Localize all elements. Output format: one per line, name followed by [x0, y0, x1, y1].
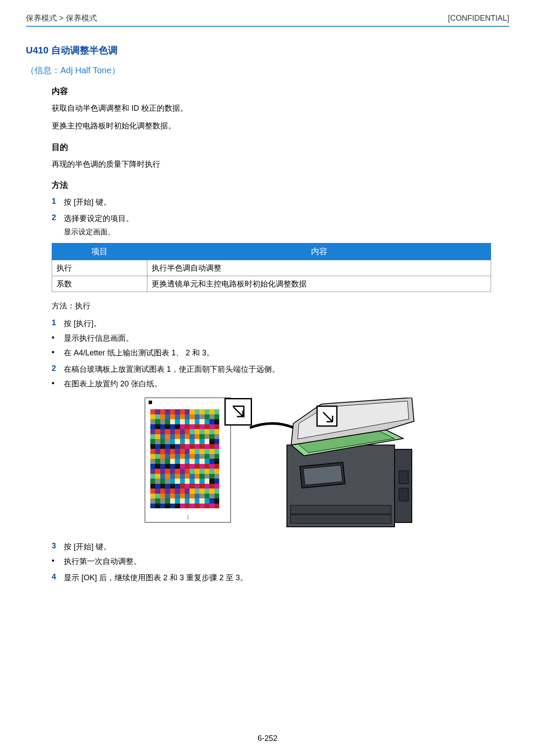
step-number: 3	[52, 541, 64, 551]
m2-bullets-3: •执行第一次自动调整。	[52, 556, 509, 566]
bullet-dot: •	[52, 379, 64, 388]
chart-marker	[149, 401, 152, 404]
bullet-text: 执行第一次自动调整。	[64, 556, 141, 566]
bullet: •显示执行信息画面。	[52, 333, 509, 343]
table-cell: 执行	[52, 260, 147, 276]
bullet-dot: •	[52, 348, 64, 357]
bullet-text: 显示执行信息画面。	[64, 333, 134, 343]
method-steps: 1 按 [开始] 键。 2 选择要设定的项目。	[52, 197, 509, 224]
bullet: •执行第一次自动调整。	[52, 556, 509, 566]
method2-steps: 1 按 [执行]。	[52, 318, 509, 329]
test-chart: 1	[145, 398, 231, 523]
section-title: U410 自动调整半色调	[26, 44, 509, 57]
method2-steps-3: 3 按 [开始] 键。	[52, 541, 509, 552]
table-cell: 执行半色调自动调整	[147, 260, 491, 276]
content-body: 内容 获取自动半色调调整和 ID 校正的数据。 更换主控电路板时初始化调整数据。…	[52, 86, 509, 583]
confidential-label: [CONFIDENTIAL]	[448, 14, 509, 23]
svg-rect-2	[290, 505, 391, 514]
table-cell: 系数	[52, 276, 147, 292]
page-number: 6-252	[258, 734, 277, 743]
step-text: 按 [开始] 键。	[64, 541, 509, 552]
step-number: 1	[52, 197, 64, 206]
step-text: 按 [开始] 键。	[64, 197, 509, 207]
bullet-dot: •	[52, 556, 64, 565]
method-heading: 方法	[52, 180, 509, 191]
table-row: 执行 执行半色调自动调整	[52, 260, 491, 276]
step-text: 显示 [OK] 后，继续使用图表 2 和 3 重复步骤 2 至 3。	[64, 572, 509, 583]
m2-step-3: 3 按 [开始] 键。	[52, 541, 509, 552]
bullet-dot: •	[52, 333, 64, 342]
step-2-sub: 显示设定画面。	[64, 227, 509, 237]
m2-step-1: 1 按 [执行]。	[52, 318, 509, 329]
step-number: 1	[52, 318, 64, 327]
svg-rect-1	[395, 449, 412, 523]
table-cell: 更换透镜单元和主控电路板时初始化调整数据	[147, 276, 491, 292]
purpose-heading: 目的	[52, 142, 509, 153]
m2-bullets-2: •在图表上放置约 20 张白纸。	[52, 379, 509, 389]
m2-step-2: 2 在稿台玻璃板上放置测试图表 1，使正面朝下箭头端位于远侧。	[52, 364, 509, 374]
step-number: 4	[52, 572, 64, 582]
method2-steps-4: 4 显示 [OK] 后，继续使用图表 2 和 3 重复步骤 2 至 3。	[52, 572, 509, 583]
svg-rect-11	[399, 488, 408, 501]
figure: 1	[52, 398, 509, 535]
mosaic-pattern	[150, 409, 219, 508]
content-text-1: 获取自动半色调调整和 ID 校正的数据。	[52, 102, 509, 115]
breadcrumb: 保养模式 > 保养模式	[26, 13, 97, 23]
step-1: 1 按 [开始] 键。	[52, 197, 509, 207]
table-header-content: 内容	[147, 243, 491, 260]
content-text-2: 更换主控电路板时初始化调整数据。	[52, 120, 509, 132]
table-header-item: 项目	[52, 243, 147, 260]
step-text: 按 [执行]。	[64, 318, 509, 329]
m2-step-4: 4 显示 [OK] 后，继续使用图表 2 和 3 重复步骤 2 至 3。	[52, 572, 509, 583]
settings-table: 项目 内容 执行 执行半色调自动调整 系数 更换透镜单元和主控电路板时初始化调整…	[52, 243, 491, 292]
step-2: 2 选择要设定的项目。	[52, 213, 509, 224]
svg-rect-3	[290, 515, 391, 523]
svg-marker-5	[303, 465, 342, 485]
step-text: 在稿台玻璃板上放置测试图表 1，使正面朝下箭头端位于远侧。	[64, 364, 509, 374]
printer-illustration	[257, 398, 416, 535]
arrow-indicator-icon	[224, 398, 252, 426]
step-number: 2	[52, 213, 64, 222]
bullet: •在图表上放置约 20 张白纸。	[52, 379, 509, 389]
purpose-text: 再现的半色调的质量下降时执行	[52, 158, 509, 171]
step-text: 选择要设定的项目。	[64, 213, 509, 224]
section-subtitle: （信息：Adj Half Tone）	[26, 65, 509, 76]
page: 保养模式 > 保养模式 [CONFIDENTIAL] U410 自动调整半色调 …	[0, 0, 535, 756]
m2-bullets-1: •显示执行信息画面。 •在 A4/Letter 纸上输出测试图表 1、 2 和 …	[52, 333, 509, 358]
header-bar: 保养模式 > 保养模式 [CONFIDENTIAL]	[26, 13, 509, 27]
bullet: •在 A4/Letter 纸上输出测试图表 1、 2 和 3。	[52, 348, 509, 358]
content-heading: 内容	[52, 86, 509, 97]
bullet-text: 在图表上放置约 20 张白纸。	[64, 379, 162, 389]
table-row: 系数 更换透镜单元和主控电路板时初始化调整数据	[52, 276, 491, 292]
method2-steps-2: 2 在稿台玻璃板上放置测试图表 1，使正面朝下箭头端位于远侧。	[52, 364, 509, 374]
method2-heading: 方法：执行	[52, 300, 509, 312]
bullet-text: 在 A4/Letter 纸上输出测试图表 1、 2 和 3。	[64, 348, 214, 358]
chart-label: 1	[187, 514, 190, 520]
step-number: 2	[52, 364, 64, 373]
svg-rect-12	[399, 471, 408, 484]
